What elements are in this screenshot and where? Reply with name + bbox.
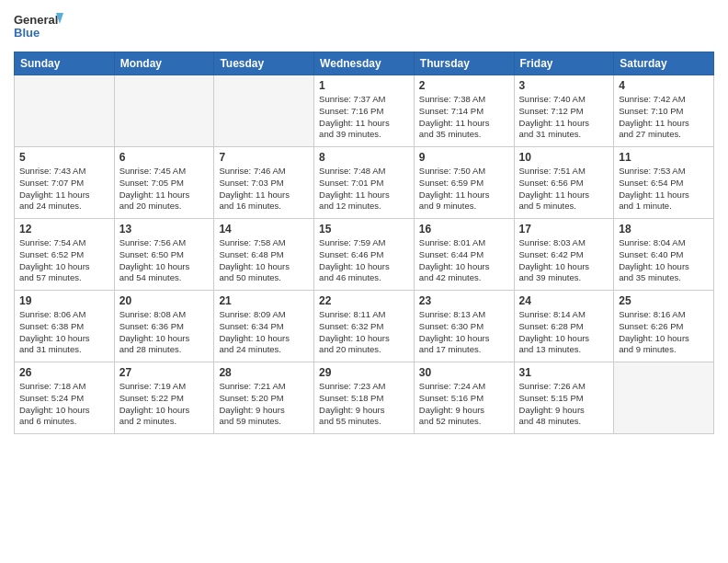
day-number: 31: [519, 366, 609, 379]
day-number: 18: [619, 223, 709, 236]
day-number: 5: [19, 151, 109, 164]
calendar-cell: 29Sunrise: 7:23 AM Sunset: 5:18 PM Dayli…: [314, 362, 415, 434]
day-number: 15: [319, 223, 409, 236]
day-info: Sunrise: 7:38 AM Sunset: 7:14 PM Dayligh…: [419, 94, 509, 141]
calendar-cell: 6Sunrise: 7:45 AM Sunset: 7:05 PM Daylig…: [114, 147, 214, 219]
calendar-cell: 31Sunrise: 7:26 AM Sunset: 5:15 PM Dayli…: [514, 362, 614, 434]
calendar-week-row: 26Sunrise: 7:18 AM Sunset: 5:24 PM Dayli…: [15, 362, 714, 434]
calendar-cell: 3Sunrise: 7:40 AM Sunset: 7:12 PM Daylig…: [514, 75, 614, 147]
day-info: Sunrise: 7:54 AM Sunset: 6:52 PM Dayligh…: [19, 237, 109, 284]
day-number: 27: [119, 366, 210, 379]
day-number: 23: [419, 294, 509, 307]
calendar-cell: 15Sunrise: 7:59 AM Sunset: 6:46 PM Dayli…: [314, 219, 415, 291]
calendar-week-row: 1Sunrise: 7:37 AM Sunset: 7:16 PM Daylig…: [15, 75, 714, 147]
day-number: 13: [119, 223, 210, 236]
day-info: Sunrise: 7:43 AM Sunset: 7:07 PM Dayligh…: [19, 166, 109, 213]
calendar-cell: [214, 75, 314, 147]
day-number: 20: [119, 294, 210, 307]
svg-text:Blue: Blue: [14, 26, 40, 40]
day-info: Sunrise: 8:09 AM Sunset: 6:34 PM Dayligh…: [219, 309, 309, 356]
day-number: 9: [419, 151, 509, 164]
day-number: 25: [619, 294, 709, 307]
day-info: Sunrise: 7:46 AM Sunset: 7:03 PM Dayligh…: [219, 166, 309, 213]
calendar-cell: 25Sunrise: 8:16 AM Sunset: 6:26 PM Dayli…: [614, 291, 714, 362]
weekday-header: Wednesday: [314, 52, 415, 75]
day-info: Sunrise: 7:42 AM Sunset: 7:10 PM Dayligh…: [619, 94, 709, 141]
day-number: 11: [619, 151, 709, 164]
day-number: 16: [419, 223, 509, 236]
day-info: Sunrise: 8:16 AM Sunset: 6:26 PM Dayligh…: [619, 309, 709, 356]
day-info: Sunrise: 7:50 AM Sunset: 6:59 PM Dayligh…: [419, 166, 509, 213]
day-number: 6: [119, 151, 210, 164]
day-info: Sunrise: 7:19 AM Sunset: 5:22 PM Dayligh…: [119, 381, 210, 428]
calendar-cell: 20Sunrise: 8:08 AM Sunset: 6:36 PM Dayli…: [114, 291, 214, 362]
calendar-week-row: 12Sunrise: 7:54 AM Sunset: 6:52 PM Dayli…: [15, 219, 714, 291]
calendar-cell: 4Sunrise: 7:42 AM Sunset: 7:10 PM Daylig…: [614, 75, 714, 147]
day-number: 3: [519, 79, 609, 92]
calendar-table: SundayMondayTuesdayWednesdayThursdayFrid…: [14, 52, 714, 434]
calendar-cell: 10Sunrise: 7:51 AM Sunset: 6:56 PM Dayli…: [514, 147, 614, 219]
day-number: 12: [19, 223, 109, 236]
weekday-header: Monday: [114, 52, 214, 75]
weekday-header: Friday: [514, 52, 614, 75]
day-info: Sunrise: 8:01 AM Sunset: 6:44 PM Dayligh…: [419, 237, 509, 284]
day-info: Sunrise: 7:53 AM Sunset: 6:54 PM Dayligh…: [619, 166, 709, 213]
day-info: Sunrise: 8:03 AM Sunset: 6:42 PM Dayligh…: [519, 237, 609, 284]
calendar-cell: 27Sunrise: 7:19 AM Sunset: 5:22 PM Dayli…: [114, 362, 214, 434]
day-number: 24: [519, 294, 609, 307]
weekday-header: Tuesday: [214, 52, 314, 75]
calendar-cell: 12Sunrise: 7:54 AM Sunset: 6:52 PM Dayli…: [15, 219, 115, 291]
calendar-cell: 11Sunrise: 7:53 AM Sunset: 6:54 PM Dayli…: [614, 147, 714, 219]
calendar-cell: 30Sunrise: 7:24 AM Sunset: 5:16 PM Dayli…: [414, 362, 514, 434]
calendar-cell: 8Sunrise: 7:48 AM Sunset: 7:01 PM Daylig…: [314, 147, 415, 219]
day-info: Sunrise: 7:58 AM Sunset: 6:48 PM Dayligh…: [219, 237, 309, 284]
day-info: Sunrise: 8:14 AM Sunset: 6:28 PM Dayligh…: [519, 309, 609, 356]
weekday-header: Sunday: [15, 52, 115, 75]
day-info: Sunrise: 7:56 AM Sunset: 6:50 PM Dayligh…: [119, 237, 210, 284]
day-info: Sunrise: 7:45 AM Sunset: 7:05 PM Dayligh…: [119, 166, 210, 213]
calendar-cell: [114, 75, 214, 147]
calendar-cell: 2Sunrise: 7:38 AM Sunset: 7:14 PM Daylig…: [414, 75, 514, 147]
day-info: Sunrise: 8:08 AM Sunset: 6:36 PM Dayligh…: [119, 309, 210, 356]
logo: General Blue: [14, 9, 64, 44]
header: General Blue: [14, 9, 714, 44]
day-number: 30: [419, 366, 509, 379]
day-info: Sunrise: 7:59 AM Sunset: 6:46 PM Dayligh…: [319, 237, 409, 284]
day-info: Sunrise: 7:18 AM Sunset: 5:24 PM Dayligh…: [19, 381, 109, 428]
day-info: Sunrise: 8:04 AM Sunset: 6:40 PM Dayligh…: [619, 237, 709, 284]
day-info: Sunrise: 7:51 AM Sunset: 6:56 PM Dayligh…: [519, 166, 609, 213]
weekday-header: Saturday: [614, 52, 714, 75]
day-number: 2: [419, 79, 509, 92]
calendar-cell: [15, 75, 115, 147]
calendar-cell: 23Sunrise: 8:13 AM Sunset: 6:30 PM Dayli…: [414, 291, 514, 362]
calendar-cell: 28Sunrise: 7:21 AM Sunset: 5:20 PM Dayli…: [214, 362, 314, 434]
logo-svg: General Blue: [14, 9, 64, 44]
calendar-cell: [614, 362, 714, 434]
day-info: Sunrise: 7:37 AM Sunset: 7:16 PM Dayligh…: [319, 94, 409, 141]
day-number: 26: [19, 366, 109, 379]
svg-text:General: General: [14, 13, 58, 27]
day-info: Sunrise: 8:06 AM Sunset: 6:38 PM Dayligh…: [19, 309, 109, 356]
calendar-week-row: 5Sunrise: 7:43 AM Sunset: 7:07 PM Daylig…: [15, 147, 714, 219]
calendar-header-row: SundayMondayTuesdayWednesdayThursdayFrid…: [15, 52, 714, 75]
calendar-cell: 21Sunrise: 8:09 AM Sunset: 6:34 PM Dayli…: [214, 291, 314, 362]
calendar-cell: 24Sunrise: 8:14 AM Sunset: 6:28 PM Dayli…: [514, 291, 614, 362]
day-number: 22: [319, 294, 409, 307]
calendar-cell: 26Sunrise: 7:18 AM Sunset: 5:24 PM Dayli…: [15, 362, 115, 434]
day-number: 28: [219, 366, 309, 379]
day-number: 19: [19, 294, 109, 307]
calendar-cell: 19Sunrise: 8:06 AM Sunset: 6:38 PM Dayli…: [15, 291, 115, 362]
day-info: Sunrise: 7:26 AM Sunset: 5:15 PM Dayligh…: [519, 381, 609, 428]
day-number: 14: [219, 223, 309, 236]
calendar-cell: 9Sunrise: 7:50 AM Sunset: 6:59 PM Daylig…: [414, 147, 514, 219]
calendar-cell: 7Sunrise: 7:46 AM Sunset: 7:03 PM Daylig…: [214, 147, 314, 219]
day-number: 21: [219, 294, 309, 307]
day-info: Sunrise: 7:40 AM Sunset: 7:12 PM Dayligh…: [519, 94, 609, 141]
day-number: 1: [319, 79, 409, 92]
day-number: 17: [519, 223, 609, 236]
calendar-cell: 22Sunrise: 8:11 AM Sunset: 6:32 PM Dayli…: [314, 291, 415, 362]
day-info: Sunrise: 8:11 AM Sunset: 6:32 PM Dayligh…: [319, 309, 409, 356]
day-number: 4: [619, 79, 709, 92]
day-info: Sunrise: 7:48 AM Sunset: 7:01 PM Dayligh…: [319, 166, 409, 213]
day-number: 7: [219, 151, 309, 164]
